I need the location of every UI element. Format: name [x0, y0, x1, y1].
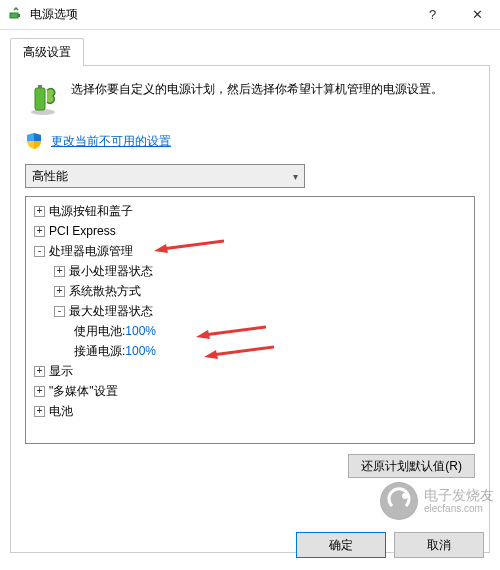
settings-tree[interactable]: +电源按钮和盖子 +PCI Express -处理器电源管理 +最小处理器状态 …	[25, 196, 475, 444]
restore-defaults-button[interactable]: 还原计划默认值(R)	[348, 454, 475, 478]
close-icon: ✕	[472, 7, 483, 22]
help-icon: ?	[429, 7, 436, 22]
tree-item-display[interactable]: +显示	[30, 361, 474, 381]
ok-button[interactable]: 确定	[296, 532, 386, 558]
tree-item-on-battery[interactable]: 使用电池: 100%	[30, 321, 474, 341]
watermark-text-cn: 电子发烧友	[424, 488, 494, 503]
tree-item-pci-express[interactable]: +PCI Express	[30, 221, 474, 241]
window-title: 电源选项	[30, 6, 410, 23]
battery-icon	[25, 80, 61, 116]
svg-point-12	[402, 493, 408, 499]
change-unavailable-link[interactable]: 更改当前不可用的设置	[51, 133, 171, 150]
on-battery-value[interactable]: 100%	[125, 321, 156, 341]
tree-item-cooling-policy[interactable]: +系统散热方式	[30, 281, 474, 301]
close-button[interactable]: ✕	[455, 0, 500, 30]
help-button[interactable]: ?	[410, 0, 455, 30]
svg-rect-3	[35, 88, 45, 110]
svg-rect-0	[10, 13, 18, 18]
tree-item-battery[interactable]: +电池	[30, 401, 474, 421]
expand-icon[interactable]: +	[54, 286, 65, 297]
expand-icon[interactable]: +	[34, 406, 45, 417]
window-icon	[8, 7, 24, 23]
expand-icon[interactable]: +	[34, 226, 45, 237]
description-text: 选择你要自定义的电源计划，然后选择你希望计算机管理的电源设置。	[71, 80, 443, 116]
collapse-icon[interactable]: -	[34, 246, 45, 257]
svg-rect-4	[38, 85, 42, 88]
svg-rect-1	[18, 14, 20, 17]
tab-panel: 选择你要自定义的电源计划，然后选择你希望计算机管理的电源设置。 更改当前不可用的…	[10, 65, 490, 553]
tree-item-multimedia[interactable]: +"多媒体"设置	[30, 381, 474, 401]
collapse-icon[interactable]: -	[54, 306, 65, 317]
tree-item-plugged-in[interactable]: 接通电源: 100%	[30, 341, 474, 361]
shield-icon	[25, 132, 43, 150]
plugged-in-value[interactable]: 100%	[125, 341, 156, 361]
expand-icon[interactable]: +	[54, 266, 65, 277]
expand-icon[interactable]: +	[34, 386, 45, 397]
tree-item-min-processor[interactable]: +最小处理器状态	[30, 261, 474, 281]
title-bar: 电源选项 ? ✕	[0, 0, 500, 30]
cancel-button[interactable]: 取消	[394, 532, 484, 558]
tree-item-processor-power[interactable]: -处理器电源管理	[30, 241, 474, 261]
watermark-logo-icon	[380, 482, 418, 520]
tree-item-buttons-lid[interactable]: +电源按钮和盖子	[30, 201, 474, 221]
expand-icon[interactable]: +	[34, 366, 45, 377]
chevron-down-icon: ▾	[293, 171, 298, 182]
power-plan-dropdown[interactable]: 高性能 ▾	[25, 164, 305, 188]
expand-icon[interactable]: +	[34, 206, 45, 217]
watermark-text-en: elecfans.com	[424, 503, 494, 514]
tab-advanced-settings[interactable]: 高级设置	[10, 38, 84, 66]
tree-item-max-processor[interactable]: -最大处理器状态	[30, 301, 474, 321]
dropdown-selected: 高性能	[32, 168, 68, 185]
watermark: 电子发烧友 elecfans.com	[380, 482, 494, 520]
